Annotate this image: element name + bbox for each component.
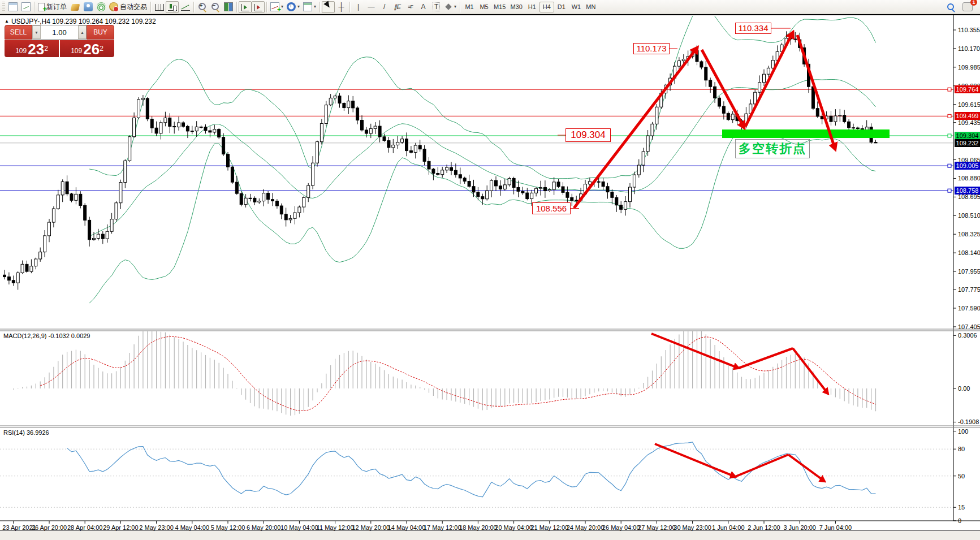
timeframe-d1[interactable]: D1 (554, 2, 569, 12)
vertical-line-button[interactable]: | (352, 1, 365, 13)
candle (39, 248, 42, 262)
line-chart-button[interactable] (179, 1, 192, 13)
timeframe-h4[interactable]: H4 (539, 2, 554, 12)
timeframe-m5[interactable]: M5 (477, 2, 491, 12)
candle (289, 215, 292, 223)
toolbar-separator (460, 2, 460, 12)
notification-badge: 1 (970, 0, 977, 6)
tile-windows-button[interactable] (222, 1, 235, 13)
line-anchor[interactable] (948, 134, 951, 137)
sell-price[interactable]: 109 23 2 (5, 40, 59, 57)
trend-arrow[interactable] (745, 32, 793, 127)
candle-chart-button[interactable] (166, 1, 179, 13)
profile-button[interactable] (81, 1, 94, 13)
crosshair-button[interactable]: ┼ (335, 1, 348, 13)
auto-scroll-button[interactable] (239, 1, 252, 13)
volume-input[interactable] (41, 25, 78, 39)
tick-chart-button[interactable] (19, 1, 32, 13)
chevron-down-icon: ▾ (297, 5, 300, 9)
green-highlight-zone[interactable] (722, 129, 890, 138)
autotrading-button[interactable]: 自动交易 (107, 1, 149, 13)
cursor-button[interactable] (322, 1, 335, 13)
line-anchor[interactable] (948, 164, 951, 167)
trend-arrow[interactable] (793, 348, 828, 394)
candle (48, 219, 51, 242)
candle (222, 133, 225, 156)
candle (843, 110, 846, 123)
buy-price[interactable]: 109 26 2 (60, 40, 114, 57)
signals-button[interactable] (94, 1, 107, 13)
candle (642, 148, 645, 172)
chevron-down-icon: ▾ (281, 5, 283, 9)
trend-arrow[interactable] (651, 334, 739, 368)
trend-arrow[interactable] (655, 444, 735, 477)
chart-canvas[interactable] (0, 0, 980, 540)
candle (763, 70, 766, 87)
candle (481, 194, 484, 205)
timeframe-group: M1M5M15M30H1H4D1W1MN (462, 1, 598, 12)
candle (526, 188, 529, 200)
sell-price-pip: 2 (44, 40, 48, 57)
text-label-button[interactable]: T (430, 1, 443, 13)
candle (651, 122, 654, 140)
search-button[interactable] (944, 1, 957, 13)
candle (615, 195, 618, 212)
new-chart-button[interactable] (6, 1, 19, 13)
new-order-button[interactable]: 新订单 (36, 1, 68, 13)
shapes-button[interactable]: ▾ (443, 1, 458, 13)
templates-button[interactable]: ▾ (301, 1, 318, 13)
candle (155, 122, 158, 136)
trend-arrow[interactable] (735, 455, 788, 477)
candle (16, 271, 19, 290)
collapse-icon[interactable]: ▲ (5, 19, 9, 24)
candle (503, 179, 506, 191)
line-anchor[interactable] (948, 88, 951, 91)
buy-price-handle: 109 (71, 45, 82, 57)
text-label-icon: T (433, 2, 440, 11)
trendline-button[interactable]: / (378, 1, 391, 13)
candle (727, 111, 729, 121)
periods-button[interactable]: ▾ (285, 1, 301, 13)
candle (240, 191, 243, 206)
horizontal-line-icon: — (368, 3, 375, 11)
zoom-out-button[interactable]: − (209, 1, 222, 13)
notifications-button[interactable]: 1 (961, 1, 974, 13)
chart-shift-button[interactable] (252, 1, 265, 13)
volume-down-button[interactable]: ▼ (32, 25, 41, 39)
trend-arrow[interactable] (739, 348, 793, 368)
line-chart-icon (181, 3, 190, 11)
line-anchor[interactable] (948, 114, 951, 118)
toolbar-drag-handle[interactable] (2, 2, 5, 12)
channel-button[interactable]: ∥E (391, 1, 404, 13)
volume-up-button[interactable]: ▲ (78, 25, 87, 39)
timeframe-w1[interactable]: W1 (569, 2, 584, 12)
line-anchor[interactable] (948, 189, 951, 192)
brush-icon (70, 4, 80, 11)
candle (378, 120, 381, 142)
chart-window-icon (8, 2, 18, 11)
styles-button[interactable] (68, 1, 81, 13)
timeframe-mn[interactable]: MN (584, 2, 598, 12)
candle (874, 140, 877, 143)
zoom-in-button[interactable]: + (196, 1, 209, 13)
bollinger-upper (89, 6, 875, 179)
bar-chart-button[interactable] (153, 1, 166, 13)
candle (235, 176, 238, 195)
sell-button[interactable]: SELL (5, 25, 32, 40)
timeframe-m15[interactable]: M15 (491, 2, 508, 12)
timeframe-h1[interactable]: H1 (525, 2, 539, 12)
text-button[interactable]: A (417, 1, 430, 13)
buy-button[interactable]: BUY (87, 25, 114, 40)
candle (164, 112, 167, 127)
new-order-icon (38, 3, 45, 11)
candle (361, 115, 364, 132)
candle (409, 146, 412, 153)
horizontal-line-button[interactable]: — (365, 1, 378, 13)
timeframe-m1[interactable]: M1 (462, 2, 477, 12)
indicators-button[interactable]: ▾ (269, 1, 285, 13)
timeframe-m30[interactable]: M30 (508, 2, 524, 12)
candle (714, 82, 716, 103)
fibonacci-button[interactable]: ≡F (404, 1, 417, 13)
trend-arrow[interactable] (788, 455, 824, 481)
candle (325, 101, 327, 126)
